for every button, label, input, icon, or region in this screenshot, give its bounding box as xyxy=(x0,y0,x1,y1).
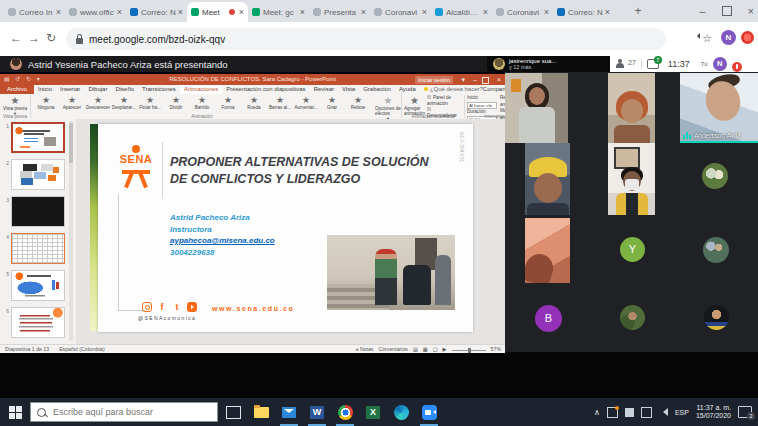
tab-close-button[interactable]: × xyxy=(544,8,549,17)
zoom-level[interactable]: 57% xyxy=(491,346,501,352)
tab-close-button[interactable]: × xyxy=(239,8,244,17)
animation-effect-button[interactable]: ★ Girar xyxy=(319,95,345,110)
animation-effect-button[interactable]: ★ Rebote xyxy=(345,95,371,110)
comments-button[interactable]: Comentarios xyxy=(378,346,407,352)
participant-video-tile[interactable] xyxy=(525,218,570,283)
view-normal-icon[interactable]: ▤ xyxy=(413,346,418,352)
participant-photo-avatar[interactable] xyxy=(702,163,728,189)
tray-expand-icon[interactable]: ∧ xyxy=(594,408,600,417)
extension-badge-icon[interactable] xyxy=(741,31,754,44)
start-button[interactable] xyxy=(0,398,30,426)
language-status[interactable]: Español (Colombia) xyxy=(59,346,105,352)
animation-effect-button[interactable]: ★ Forma xyxy=(215,95,241,110)
zoom-button[interactable] xyxy=(416,398,442,426)
view-reading-icon[interactable]: ▢ xyxy=(433,346,438,352)
ppt-close-button[interactable]: × xyxy=(497,76,501,84)
participant-video-tile-speaking[interactable]: Andersson Avila xyxy=(680,73,758,143)
chrome-button[interactable] xyxy=(332,398,358,426)
animation-effect-button[interactable]: ★ Dividir xyxy=(163,95,189,110)
participant-video-tile[interactable] xyxy=(525,143,570,215)
edge-button[interactable] xyxy=(388,398,414,426)
animation-effect-button[interactable]: ★ Desvanecer xyxy=(85,95,111,110)
animation-effect-button[interactable]: ★ Aparecer xyxy=(59,95,85,110)
browser-tab[interactable]: www.offic × xyxy=(65,2,126,22)
file-explorer-button[interactable] xyxy=(248,398,274,426)
tab-close-button[interactable]: × xyxy=(422,8,427,17)
excel-button[interactable]: X xyxy=(360,398,386,426)
animation-effect-button[interactable]: ★ Barras al... xyxy=(267,95,293,110)
ribbon-tab[interactable]: Inicio xyxy=(34,85,56,94)
browser-tab[interactable]: Meet: gc × xyxy=(248,2,309,22)
window-minimize-button[interactable]: – xyxy=(699,6,705,17)
tab-close-button[interactable]: × xyxy=(361,8,366,17)
participants-icon[interactable] xyxy=(616,59,626,69)
animation-effect-button[interactable]: ★ Desplazar... xyxy=(111,95,137,110)
chat-icon[interactable]: 7 xyxy=(647,59,659,69)
overflow-participants-pill[interactable]: jasirenrique sua... y 12 más xyxy=(487,56,610,72)
tab-close-button[interactable]: × xyxy=(56,8,61,17)
reload-button[interactable]: ↻ xyxy=(46,31,56,45)
tab-close-button[interactable]: × xyxy=(300,8,305,17)
word-button[interactable]: W xyxy=(304,398,330,426)
notification-center-icon[interactable]: 2 xyxy=(738,406,752,418)
animation-effect-button[interactable]: ★ Ninguna xyxy=(33,95,59,110)
participant-video-tile[interactable] xyxy=(608,73,655,143)
participant-photo-avatar[interactable] xyxy=(620,305,645,330)
browser-tab[interactable]: Alcaldía d × xyxy=(431,2,492,22)
view-slideshow-icon[interactable]: ▶ xyxy=(443,346,447,352)
taskbar-clock[interactable]: 11:37 a. m. 15/07/2020 xyxy=(696,404,731,421)
slide-thumbnail[interactable] xyxy=(11,233,65,264)
participant-initial-avatar[interactable]: B xyxy=(535,305,562,332)
animation-pane-button[interactable]: Panel de animación xyxy=(427,95,462,107)
browser-tab[interactable]: Presenta × xyxy=(309,2,370,22)
participant-initial-avatar[interactable]: Y xyxy=(620,237,645,262)
ribbon-options-icon[interactable]: ▾ xyxy=(461,76,465,84)
forward-button[interactable]: → xyxy=(28,31,40,45)
taskbar-search[interactable] xyxy=(30,402,218,422)
participant-video-tile[interactable] xyxy=(608,143,655,215)
ribbon-tab[interactable]: Presentación con diapositivas xyxy=(222,85,309,94)
ppt-minimize-button[interactable]: – xyxy=(473,76,477,84)
new-tab-button[interactable]: + xyxy=(630,4,646,20)
slide-canvas[interactable]: SENA PROPONER ALTERNATIVAS DE SOLUCIÓN D… xyxy=(98,124,473,332)
slide-thumbnail[interactable] xyxy=(11,122,65,153)
ribbon-tab[interactable]: Vista xyxy=(338,85,359,94)
slide-thumbnail[interactable] xyxy=(11,307,65,338)
browser-tab[interactable]: Coronavi × xyxy=(492,2,553,22)
preview-button[interactable]: ★ Vista previa▾ xyxy=(2,95,28,116)
participant-video-tile[interactable] xyxy=(505,73,568,143)
ribbon-tab[interactable]: Transiciones xyxy=(138,85,180,94)
browser-tab[interactable]: Correo: N × xyxy=(553,2,614,22)
start-select[interactable]: Al hacer clic xyxy=(467,102,497,109)
ppt-signin-button[interactable]: Iniciar sesión xyxy=(415,76,453,84)
participant-photo-avatar[interactable] xyxy=(704,305,729,330)
browser-tab[interactable]: Meet × xyxy=(187,2,248,22)
presenter-email-link[interactable]: aypahecoa@misena.edu.co xyxy=(170,235,275,247)
browser-tab[interactable]: Correo: N × xyxy=(126,2,187,22)
animation-effect-button[interactable]: ★ Rueda xyxy=(241,95,267,110)
network-icon[interactable] xyxy=(641,407,652,418)
mic-muted-icon[interactable] xyxy=(732,62,742,72)
tab-close-button[interactable]: × xyxy=(178,8,183,17)
notes-button[interactable]: ≡ Notas xyxy=(355,346,373,352)
speaker-icon[interactable] xyxy=(659,408,668,416)
task-view-button[interactable] xyxy=(220,398,246,426)
slide-thumbnail[interactable] xyxy=(11,270,65,301)
mail-button[interactable] xyxy=(276,398,302,426)
tab-close-button[interactable]: × xyxy=(605,8,610,17)
tell-me-box[interactable]: ¿Qué desea hacer? xyxy=(420,85,483,94)
language-indicator[interactable]: ESP xyxy=(675,409,689,416)
window-restore-button[interactable] xyxy=(722,6,732,16)
effect-options-button[interactable]: ★ Opciones de efectos▾ xyxy=(375,95,401,120)
thumbnail-scrollbar[interactable] xyxy=(69,121,73,341)
ribbon-tab[interactable]: Diseño xyxy=(111,85,138,94)
back-button[interactable]: ← xyxy=(10,31,22,45)
animation-effect-button[interactable]: ★ Aumentar... xyxy=(293,95,319,110)
view-sorter-icon[interactable]: ▦ xyxy=(423,346,428,352)
ribbon-tab[interactable]: Dibujar xyxy=(84,85,111,94)
tray-app-icon[interactable] xyxy=(625,408,634,417)
animation-effect-button[interactable]: ★ Barrido xyxy=(189,95,215,110)
tab-close-button[interactable]: × xyxy=(483,8,488,17)
participant-photo-avatar[interactable] xyxy=(703,237,729,263)
ppt-restore-button[interactable] xyxy=(482,77,489,84)
